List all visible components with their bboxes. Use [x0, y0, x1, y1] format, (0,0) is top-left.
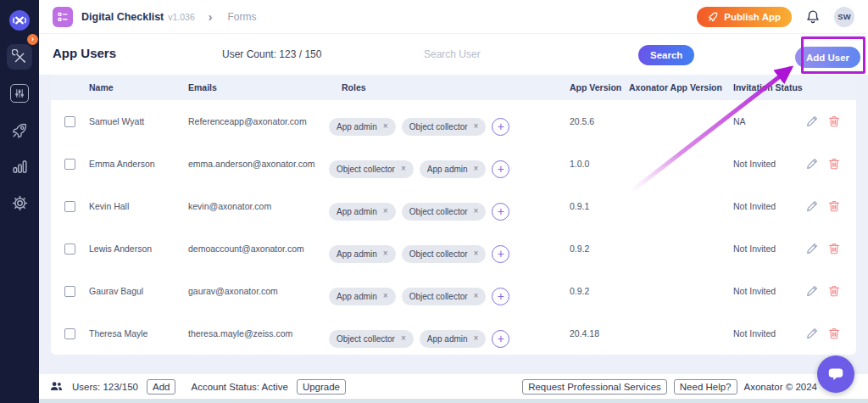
role-chip-label: App admin: [427, 334, 468, 344]
role-chip-label: App admin: [337, 249, 377, 259]
cell-email: kevin@axonator.com: [188, 201, 329, 211]
table-row: Gaurav Bagul gaurav@axonator.com App adm…: [51, 270, 856, 312]
sidebar-item-tools[interactable]: [7, 44, 32, 70]
chip-remove-icon[interactable]: ×: [383, 122, 388, 131]
chip-remove-icon[interactable]: ×: [401, 165, 406, 173]
axonator-logo-icon[interactable]: [9, 10, 30, 31]
sidebar-item-settings[interactable]: [7, 190, 32, 215]
role-chip: Object collector ×: [402, 245, 487, 263]
chip-remove-icon[interactable]: ×: [474, 122, 479, 131]
breadcrumb-current-page[interactable]: Forms: [227, 11, 256, 23]
column-header-app-version[interactable]: App Version: [570, 82, 629, 92]
delete-user-button[interactable]: [827, 284, 841, 298]
edit-user-button[interactable]: [805, 115, 819, 128]
page-toolbar: App Users User Count: 123 / 150 Search A…: [39, 34, 868, 75]
footer-users-label: Users: 123/150: [72, 382, 138, 392]
users-icon: [49, 379, 64, 394]
breadcrumb-app-name[interactable]: Digital Checklist: [81, 11, 164, 23]
sidebar-item-controls[interactable]: [7, 81, 32, 106]
column-header-emails[interactable]: Emails: [188, 82, 329, 92]
trash-icon: [827, 115, 841, 128]
role-chip-label: Object collector: [337, 165, 395, 174]
user-count-label: User Count: 123 / 150: [222, 48, 321, 60]
chip-remove-icon[interactable]: ×: [474, 207, 479, 215]
cell-app-version: 0.9.2: [570, 243, 629, 254]
footer-bar: Users: 123/150 Add Account Status: Activ…: [39, 373, 868, 399]
row-checkbox[interactable]: [64, 116, 75, 127]
edit-user-button[interactable]: [805, 199, 819, 213]
add-role-button[interactable]: +: [492, 330, 509, 348]
column-header-invitation-status[interactable]: Invitation Status: [733, 82, 805, 92]
chip-remove-icon[interactable]: ×: [401, 334, 406, 343]
search-input[interactable]: [424, 44, 593, 64]
breadcrumb-chevron-icon: ›: [209, 10, 213, 24]
role-chip-label: App admin: [337, 207, 377, 216]
sidebar: ›: [0, 0, 39, 403]
sidebar-nav: [0, 44, 39, 215]
search-button[interactable]: Search: [638, 45, 694, 65]
row-checkbox[interactable]: [64, 328, 75, 339]
delete-user-button[interactable]: [827, 157, 841, 171]
delete-user-button[interactable]: [827, 242, 841, 255]
sidebar-item-analytics[interactable]: [7, 154, 32, 179]
role-chip-label: Object collector: [337, 334, 395, 344]
add-role-button[interactable]: +: [492, 288, 509, 305]
row-checkbox[interactable]: [64, 201, 75, 212]
add-role-button[interactable]: +: [492, 118, 509, 136]
publish-rocket-icon: [708, 11, 719, 22]
wrench-screwdriver-icon: [12, 49, 28, 65]
chip-remove-icon[interactable]: ×: [474, 292, 479, 300]
chip-remove-icon[interactable]: ×: [474, 249, 479, 258]
role-chips: App admin × Object collector × +: [329, 203, 570, 221]
edit-user-button[interactable]: [805, 327, 819, 340]
edit-user-button[interactable]: [805, 242, 819, 255]
add-user-button[interactable]: Add User: [795, 47, 860, 68]
chat-icon: [826, 365, 845, 383]
column-header-name[interactable]: Name: [89, 82, 188, 92]
delete-user-button[interactable]: [827, 327, 841, 340]
checklist-app-icon: [53, 7, 73, 27]
column-header-axonator-app-version[interactable]: Axonator App Version: [629, 82, 733, 92]
row-checkbox[interactable]: [64, 243, 75, 255]
pencil-icon: [805, 284, 819, 298]
chip-remove-icon[interactable]: ×: [474, 334, 479, 343]
role-chips: App admin × Object collector × +: [329, 245, 570, 263]
notifications-bell-icon[interactable]: [804, 8, 821, 25]
role-chips: Object collector × App admin × +: [329, 160, 570, 178]
chip-remove-icon[interactable]: ×: [474, 165, 479, 173]
cell-app-version: 20.4.18: [570, 328, 629, 339]
delete-user-button[interactable]: [827, 199, 841, 213]
edit-user-button[interactable]: [805, 284, 819, 298]
edit-user-button[interactable]: [805, 157, 819, 171]
user-avatar[interactable]: SW: [834, 7, 854, 27]
table-row: Samuel Wyatt Referenceapp@axonator.com A…: [51, 100, 856, 143]
row-checkbox[interactable]: [64, 286, 75, 297]
role-chip: Object collector ×: [329, 160, 414, 178]
chip-remove-icon[interactable]: ×: [383, 249, 388, 258]
pencil-icon: [805, 199, 819, 213]
chip-remove-icon[interactable]: ×: [383, 292, 388, 300]
cell-email: Referenceapp@axonator.com: [188, 116, 329, 126]
add-role-button[interactable]: +: [492, 245, 509, 263]
table-row: Lewis Anderson demoaccount@axonator.com …: [51, 227, 856, 270]
publish-app-button[interactable]: Publish App: [697, 7, 792, 27]
upgrade-button[interactable]: Upgrade: [297, 379, 346, 395]
main-content: Name Emails Roles App Version Axonator A…: [39, 75, 868, 373]
row-checkbox[interactable]: [64, 159, 75, 170]
add-role-button[interactable]: +: [492, 203, 509, 221]
need-help-button[interactable]: Need Help?: [674, 379, 737, 395]
delete-user-button[interactable]: [827, 115, 841, 128]
role-chip-label: App admin: [337, 122, 377, 132]
sidebar-item-launch[interactable]: [7, 117, 32, 143]
role-chip-label: Object collector: [409, 207, 468, 216]
request-professional-services-button[interactable]: Request Professional Services: [522, 379, 667, 395]
role-chip: App admin ×: [329, 118, 396, 136]
trash-icon: [827, 157, 841, 171]
footer-add-button[interactable]: Add: [147, 379, 175, 395]
app-users-table: Name Emails Roles App Version Axonator A…: [51, 75, 856, 355]
chip-remove-icon[interactable]: ×: [383, 207, 388, 215]
column-header-roles[interactable]: Roles: [329, 82, 570, 92]
chat-widget-button[interactable]: [817, 355, 854, 393]
role-chip: Object collector ×: [402, 288, 487, 305]
add-role-button[interactable]: +: [492, 160, 509, 178]
